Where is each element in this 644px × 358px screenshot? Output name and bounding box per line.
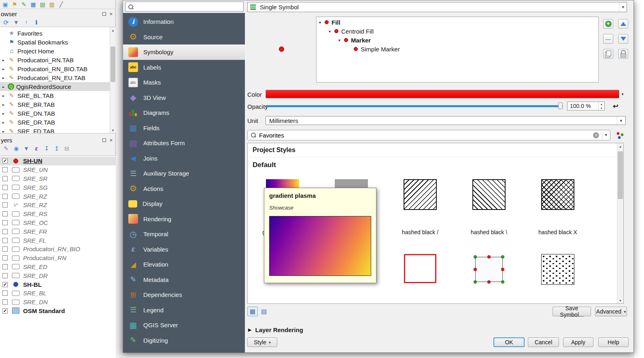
- layer-rendering-toggle[interactable]: ▶ Layer Rendering: [248, 326, 303, 333]
- layer-visibility-checkbox[interactable]: [2, 308, 8, 314]
- layer-row[interactable]: Producatori_RN: [0, 254, 116, 263]
- layer-visibility-checkbox[interactable]: [2, 211, 8, 216]
- toolbar-icon[interactable]: ▤: [39, 1, 46, 8]
- symbol-tree-node[interactable]: Marker: [317, 36, 598, 44]
- browser-item[interactable]: SRE_BL.TAB: [0, 91, 116, 100]
- style-manager-icon[interactable]: [615, 131, 625, 140]
- advanced-button[interactable]: Advanced ▾: [595, 307, 627, 316]
- properties-icon[interactable]: ℹ: [33, 19, 40, 26]
- close-panel-icon[interactable]: ×: [109, 138, 113, 143]
- float-panel-icon[interactable]: [102, 12, 106, 16]
- open-style-panel-icon[interactable]: ✎: [2, 145, 10, 152]
- red-outline-thumb[interactable]: [404, 254, 436, 283]
- layer-visibility-checkbox[interactable]: [2, 158, 8, 163]
- toolbar-icon[interactable]: ╱: [57, 1, 65, 8]
- layer-visibility-checkbox[interactable]: [2, 290, 8, 296]
- style-item[interactable]: hashed black \: [457, 179, 521, 235]
- chevron-down-icon[interactable]: ▾: [619, 92, 626, 96]
- help-button[interactable]: Help: [598, 337, 629, 347]
- layer-visibility-checkbox[interactable]: [2, 185, 8, 190]
- dotted-fill-thumb[interactable]: [541, 254, 574, 285]
- symbol-tree-node[interactable]: Fill: [317, 18, 598, 27]
- layer-row[interactable]: SRE_ED: [0, 263, 116, 271]
- color-button[interactable]: ▾: [266, 90, 626, 98]
- color-swatch[interactable]: [266, 90, 619, 98]
- style-search-box[interactable]: × ▾: [247, 130, 610, 140]
- sidebar-item-metadata[interactable]: Metadata: [123, 272, 245, 288]
- icon-view-button[interactable]: ▦: [247, 307, 258, 316]
- toolbar-icon[interactable]: ▣: [2, 1, 9, 8]
- layer-row[interactable]: Producatori_RN_BIO: [0, 245, 116, 254]
- layer-visibility-checkbox[interactable]: [2, 220, 8, 225]
- renderer-combobox[interactable]: Single Symbol ▾: [247, 2, 627, 12]
- marker-outline-thumb[interactable]: [472, 254, 506, 285]
- expand-arrow-icon[interactable]: [2, 102, 8, 107]
- expand-arrow-icon[interactable]: [2, 129, 8, 133]
- layer-row[interactable]: SRE_FR: [0, 227, 116, 236]
- filter-legend-icon[interactable]: ▼: [23, 145, 30, 152]
- style-item[interactable]: hashed black X: [525, 179, 590, 235]
- symbol-tree-node[interactable]: Simple Marker: [317, 44, 598, 53]
- opacity-slider[interactable]: [266, 102, 563, 110]
- duplicate-symbol-layer-button[interactable]: [603, 49, 613, 59]
- layer-visibility-checkbox[interactable]: [2, 264, 8, 269]
- sidebar-item-dependencies[interactable]: Dependencies: [123, 287, 245, 303]
- list-view-button[interactable]: ▤: [259, 307, 269, 316]
- properties-search-box[interactable]: [125, 2, 244, 12]
- layer-row[interactable]: SRE_SG: [0, 183, 116, 192]
- ok-button[interactable]: OK: [493, 337, 525, 347]
- apply-button[interactable]: Apply: [563, 337, 593, 347]
- close-panel-icon[interactable]: ×: [109, 11, 113, 17]
- expand-arrow-icon[interactable]: [2, 120, 8, 125]
- add-symbol-layer-button[interactable]: [603, 19, 613, 29]
- scroll-down-icon[interactable]: ▾: [110, 127, 116, 133]
- layer-row[interactable]: SH-BL: [0, 280, 116, 289]
- sidebar-item-3d-view[interactable]: 3D View: [123, 90, 245, 106]
- layer-row[interactable]: SRE_OC: [0, 218, 116, 227]
- sidebar-item-display[interactable]: Display: [123, 196, 245, 212]
- filter-icon[interactable]: ▼: [13, 19, 20, 26]
- layer-row[interactable]: SRE_RZ: [0, 192, 116, 201]
- layer-row[interactable]: SRE_DR: [0, 271, 116, 280]
- expand-all-icon[interactable]: ↧: [43, 145, 50, 152]
- layer-row[interactable]: SRE_RS: [0, 210, 116, 218]
- browser-item[interactable]: SRE_FD.TAB: [0, 127, 116, 133]
- scroll-up-icon[interactable]: ▴: [110, 27, 116, 33]
- browser-item[interactable]: Spatial Bookmarks: [0, 38, 116, 47]
- scrollbar-thumb[interactable]: [618, 151, 623, 199]
- expand-arrow-icon[interactable]: [329, 29, 334, 34]
- manage-map-themes-icon[interactable]: ◉: [13, 145, 20, 152]
- chevron-down-icon[interactable]: ▾: [602, 132, 607, 139]
- toolbar-icon[interactable]: ▦: [30, 1, 37, 8]
- move-up-button[interactable]: [618, 19, 628, 29]
- spin-down-icon[interactable]: ▼: [599, 106, 604, 110]
- chevron-down-icon[interactable]: ▾: [617, 117, 622, 125]
- layer-row[interactable]: SRE_RZ: [0, 201, 116, 210]
- layer-row[interactable]: SRE_BL: [0, 289, 116, 298]
- layer-visibility-checkbox[interactable]: [2, 167, 8, 172]
- float-panel-icon[interactable]: [102, 138, 106, 142]
- expand-arrow-icon[interactable]: [2, 67, 8, 71]
- sidebar-item-masks[interactable]: Masks: [123, 75, 245, 90]
- layer-visibility-checkbox[interactable]: [2, 246, 8, 252]
- expand-arrow-icon[interactable]: [319, 20, 325, 25]
- opacity-spinbox[interactable]: 100.0 % ▲ ▼: [567, 102, 605, 110]
- browser-scrollbar[interactable]: ▴ ▾: [110, 27, 116, 133]
- layer-row[interactable]: SH-UN: [0, 157, 116, 165]
- toolbar-icon[interactable]: ⚑: [11, 1, 18, 8]
- sidebar-item-actions[interactable]: Actions: [123, 181, 245, 197]
- expand-arrow-icon[interactable]: [2, 85, 8, 89]
- browser-item[interactable]: SRE_DN.TAB: [0, 109, 116, 118]
- hashed-forward-thumb[interactable]: [404, 179, 437, 210]
- sidebar-item-elevation[interactable]: Elevation: [123, 257, 245, 272]
- browser-item[interactable]: Producatori_RN_EU.TAB: [0, 73, 116, 82]
- spin-up-icon[interactable]: ▲: [599, 102, 604, 106]
- expand-arrow-icon[interactable]: [2, 111, 8, 116]
- layer-visibility-checkbox[interactable]: [2, 194, 8, 199]
- layer-row[interactable]: OSM Standard: [0, 307, 116, 316]
- layer-visibility-checkbox[interactable]: [2, 255, 8, 261]
- scroll-down-icon[interactable]: ▾: [617, 297, 623, 303]
- properties-search-input[interactable]: [136, 3, 241, 10]
- sidebar-item-labels[interactable]: Labels: [123, 60, 245, 75]
- layer-row[interactable]: SRE_FL: [0, 236, 116, 245]
